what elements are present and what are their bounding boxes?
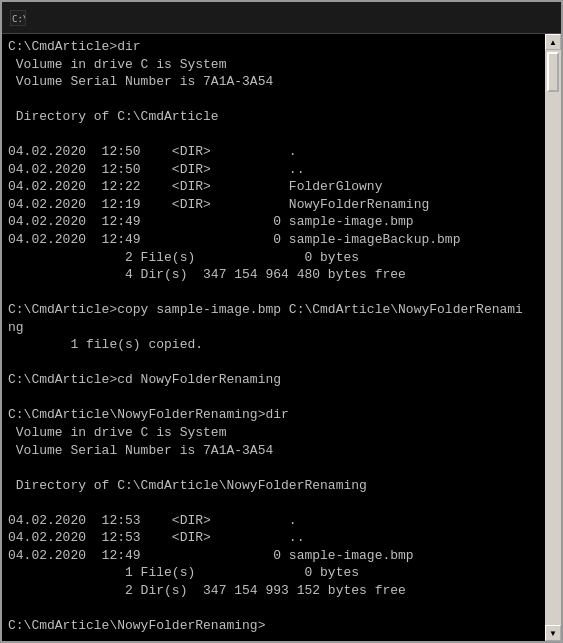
scroll-track[interactable]: [545, 50, 561, 625]
window-body: C:\CmdArticle>dir Volume in drive C is S…: [2, 34, 561, 641]
cmd-icon: C:\: [10, 10, 26, 26]
scrollbar[interactable]: ▲ ▼: [545, 34, 561, 641]
window-controls: [465, 6, 553, 30]
terminal-output[interactable]: C:\CmdArticle>dir Volume in drive C is S…: [2, 34, 545, 641]
scroll-down-button[interactable]: ▼: [545, 625, 561, 641]
svg-text:C:\: C:\: [12, 14, 25, 24]
command-prompt-window: C:\ C:\CmdArticle>dir Volume in drive C …: [0, 0, 563, 643]
maximize-button[interactable]: [495, 6, 523, 30]
title-bar-left: C:\: [10, 10, 32, 26]
minimize-button[interactable]: [465, 6, 493, 30]
title-bar: C:\: [2, 2, 561, 34]
scroll-up-button[interactable]: ▲: [545, 34, 561, 50]
close-button[interactable]: [525, 6, 553, 30]
scroll-thumb[interactable]: [547, 52, 559, 92]
